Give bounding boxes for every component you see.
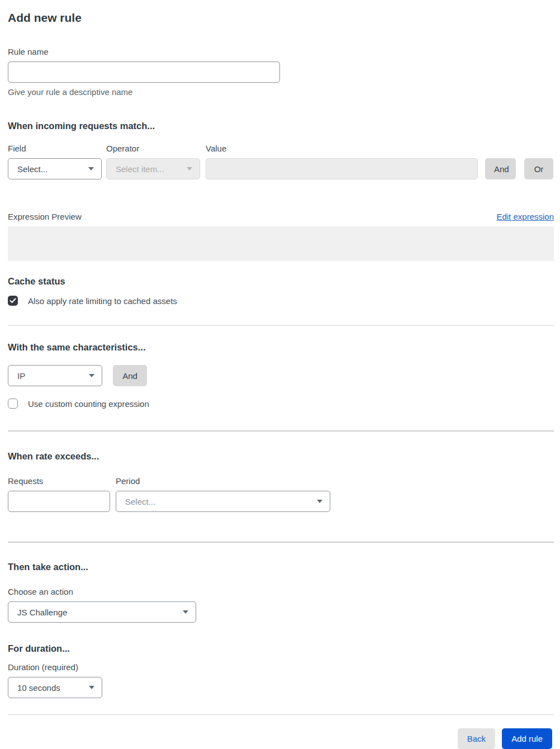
value-label: Value [206, 144, 478, 153]
requests-label: Requests [8, 476, 110, 486]
custom-counting-checkbox[interactable] [8, 399, 18, 409]
characteristic-select-value: IP [17, 371, 25, 381]
back-button[interactable]: Back [458, 728, 495, 749]
field-group: Field Select... [8, 144, 102, 179]
duration-select[interactable]: 10 seconds [8, 677, 102, 698]
chevron-down-icon [89, 374, 94, 377]
cache-status-heading: Cache status [8, 276, 554, 287]
period-label: Period [116, 476, 330, 486]
or-button[interactable]: Or [524, 158, 553, 179]
action-select[interactable]: JS Challenge [8, 601, 196, 623]
duration-heading: For duration... [8, 643, 554, 654]
page-title: Add new rule [8, 11, 554, 25]
chevron-down-icon [88, 167, 94, 170]
custom-counting-label: Use custom counting expression [28, 399, 149, 409]
match-section-heading: When incoming requests match... [8, 120, 554, 131]
duration-label: Duration (required) [8, 662, 554, 672]
period-select[interactable]: Select... [116, 491, 330, 512]
choose-action-label: Choose an action [8, 587, 554, 596]
cached-assets-label: Also apply rate limiting to cached asset… [28, 296, 177, 306]
action-heading: Then take action... [8, 561, 554, 572]
characteristic-select[interactable]: IP [8, 365, 102, 386]
chevron-down-icon [183, 610, 188, 614]
match-expression-row: Field Select... Operator Select item... … [8, 144, 554, 179]
chevron-down-icon [317, 500, 322, 503]
cached-assets-checkbox-row: Also apply rate limiting to cached asset… [8, 296, 554, 306]
field-select[interactable]: Select... [8, 158, 102, 179]
field-select-value: Select... [17, 164, 48, 174]
rule-name-input[interactable] [8, 61, 280, 83]
checkmark-icon [10, 298, 16, 304]
period-select-value: Select... [125, 497, 155, 506]
requests-group: Requests [8, 476, 110, 512]
characteristics-heading: With the same characteristics... [8, 342, 554, 353]
value-input [206, 158, 478, 179]
expression-preview-group: Expression Preview Edit expression [8, 212, 554, 261]
cached-assets-checkbox[interactable] [8, 296, 18, 306]
chevron-down-icon [89, 686, 94, 689]
rule-name-label: Rule name [8, 47, 554, 56]
rate-heading: When rate exceeds... [8, 451, 554, 462]
footer-actions: Back Add rule [8, 728, 554, 749]
and-button[interactable]: And [485, 158, 516, 179]
operator-label: Operator [106, 144, 200, 153]
requests-input[interactable] [8, 491, 110, 512]
expression-preview-label: Expression Preview [8, 212, 82, 222]
section-divider [8, 325, 554, 326]
duration-select-value: 10 seconds [17, 683, 60, 693]
rule-name-helper: Give your rule a descriptive name [8, 87, 554, 97]
add-rule-button[interactable]: Add rule [502, 728, 552, 749]
rate-row: Requests Period Select... [8, 476, 554, 512]
expression-preview-box [8, 226, 554, 261]
section-divider [8, 430, 554, 432]
operator-select: Select item... [106, 158, 200, 179]
field-label: Field [8, 144, 102, 153]
custom-counting-checkbox-row: Use custom counting expression [8, 399, 554, 409]
action-group: Choose an action JS Challenge [8, 587, 554, 623]
period-group: Period Select... [116, 476, 330, 512]
operator-select-value: Select item... [116, 164, 164, 174]
duration-group: Duration (required) 10 seconds [8, 662, 554, 698]
rule-name-group: Rule name Give your rule a descriptive n… [8, 47, 554, 97]
footer-divider [8, 714, 554, 715]
add-new-rule-form: Add new rule Rule name Give your rule a … [0, 0, 560, 749]
action-select-value: JS Challenge [17, 608, 67, 617]
characteristics-and-button[interactable]: And [113, 365, 147, 386]
value-group: Value [206, 144, 478, 179]
chevron-down-icon [187, 167, 192, 170]
characteristics-row: IP And [8, 365, 554, 386]
edit-expression-link[interactable]: Edit expression [496, 212, 554, 222]
section-divider [8, 542, 554, 543]
operator-group: Operator Select item... [106, 144, 200, 179]
